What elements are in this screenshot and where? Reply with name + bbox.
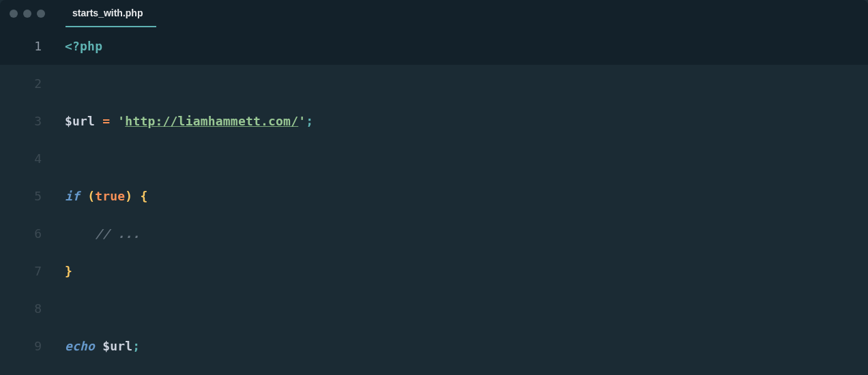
code-line-2: 2	[0, 65, 868, 102]
editor-window: starts_with.php 1 <?php 2 3 $url = 'http…	[0, 0, 868, 375]
gutter-line-number: 9	[0, 339, 65, 353]
gutter-line-number: 1	[0, 39, 65, 53]
gutter-line-number: 5	[0, 189, 65, 203]
tab-filename: starts_with.php	[72, 7, 143, 18]
code-line-3: 3 $url = 'http://liamhammett.com/';	[0, 102, 868, 140]
titlebar: starts_with.php	[0, 0, 868, 27]
traffic-lights	[10, 10, 45, 18]
code-editor[interactable]: 1 <?php 2 3 $url = 'http://liamhammett.c…	[0, 27, 868, 375]
gutter-line-number: 4	[0, 151, 65, 166]
code-content: <?php	[65, 40, 102, 52]
gutter-line-number: 6	[0, 226, 65, 241]
code-line-6: 6 // ...	[0, 215, 868, 252]
tab-active[interactable]: starts_with.php	[66, 0, 156, 27]
close-icon[interactable]	[10, 10, 18, 18]
code-line-8: 8	[0, 290, 868, 327]
gutter-line-number: 8	[0, 301, 65, 316]
code-line-9: 9 echo $url;	[0, 327, 868, 365]
gutter-line-number: 3	[0, 114, 65, 128]
code-content: echo $url;	[65, 340, 140, 352]
code-content: $url = 'http://liamhammett.com/';	[65, 115, 313, 127]
code-content: }	[65, 265, 72, 278]
code-line-5: 5 if (true) {	[0, 177, 868, 215]
gutter-line-number: 7	[0, 264, 65, 278]
minimize-icon[interactable]	[23, 10, 31, 18]
gutter-line-number: 2	[0, 76, 65, 91]
code-content: // ...	[65, 228, 140, 240]
code-content: if (true) {	[65, 190, 147, 202]
code-line-4: 4	[0, 140, 868, 177]
code-line-1: 1 <?php	[0, 27, 868, 65]
zoom-icon[interactable]	[37, 10, 45, 18]
code-line-7: 7 }	[0, 252, 868, 290]
url-link[interactable]: http://liamhammett.com/	[125, 114, 298, 128]
